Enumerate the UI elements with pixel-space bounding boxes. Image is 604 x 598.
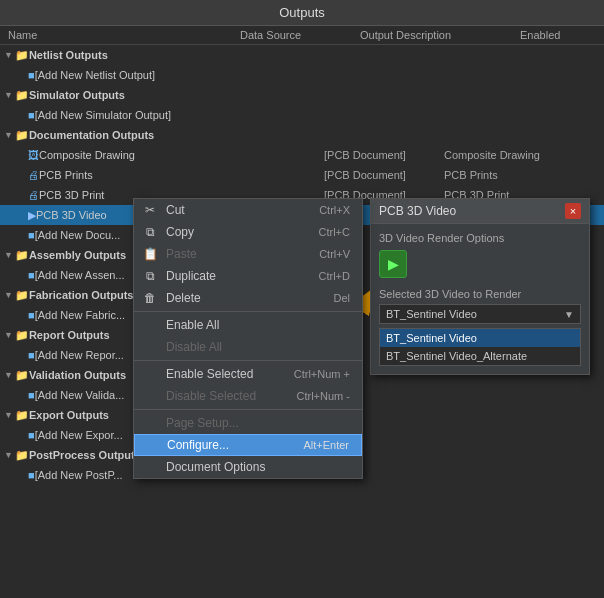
popup-dropdown[interactable]: BT_Sentinel Video ▼ — [379, 304, 581, 324]
ctx-cut[interactable]: ✂ Cut Ctrl+X — [134, 199, 362, 221]
ctx-sep1 — [134, 311, 362, 312]
folder-icon-simulator: 📁 — [15, 89, 29, 102]
chevron-assembly: ▼ — [4, 250, 13, 260]
paste-icon: 📋 — [142, 247, 158, 261]
ctx-configure[interactable]: Configure... Alt+Enter — [134, 434, 362, 456]
duplicate-icon: ⧉ — [142, 269, 158, 283]
chevron-validation: ▼ — [4, 370, 13, 380]
ctx-disable-all[interactable]: Disable All — [134, 336, 362, 358]
chevron-simulator: ▼ — [4, 90, 13, 100]
doc-icon-3dvideo: ▶ — [28, 209, 36, 222]
add-simulator[interactable]: ■ [Add New Simulator Output] — [0, 105, 604, 125]
popup-selected-value: BT_Sentinel Video — [386, 308, 477, 320]
doc-icon-report: ■ — [28, 349, 35, 361]
add-netlist[interactable]: ■ [Add New Netlist Output] — [0, 65, 604, 85]
doc-icon-3dprint: 🖨 — [28, 189, 39, 201]
folder-icon-documentation: 📁 — [15, 129, 29, 142]
section-netlist-label: Netlist Outputs — [29, 49, 108, 61]
doc-icon-netlist: ■ — [28, 69, 35, 81]
popup-render-label: 3D Video Render Options — [379, 232, 581, 244]
popup-icon-row: ▶ — [379, 250, 581, 278]
dropdown-arrow-icon: ▼ — [564, 309, 574, 320]
section-export-label: Export Outputs — [29, 409, 109, 421]
chevron-netlist: ▼ — [4, 50, 13, 60]
popup-header: PCB 3D Video × — [371, 199, 589, 224]
popup-option-1[interactable]: BT_Sentinel Video — [380, 329, 580, 347]
doc-icon-prints: 🖨 — [28, 169, 39, 181]
doc-icon-simulator: ■ — [28, 109, 35, 121]
col-source-header: Data Source — [240, 29, 360, 41]
section-simulator-label: Simulator Outputs — [29, 89, 125, 101]
doc-icon-fabrication: ■ — [28, 309, 35, 321]
column-headers: Name Data Source Output Description Enab… — [0, 26, 604, 45]
section-report-label: Report Outputs — [29, 329, 110, 341]
ctx-disable-selected[interactable]: Disable Selected Ctrl+Num - — [134, 385, 362, 407]
folder-icon-postprocess: 📁 — [15, 449, 29, 462]
chevron-postprocess: ▼ — [4, 450, 13, 460]
row-pcb-prints[interactable]: 🖨 PCB Prints [PCB Document] PCB Prints — [0, 165, 604, 185]
folder-icon-fabrication: 📁 — [15, 289, 29, 302]
section-fabrication-label: Fabrication Outputs — [29, 289, 134, 301]
section-postprocess-label: PostProcess Outputs — [29, 449, 141, 461]
doc-icon-add-doc: ■ — [28, 229, 35, 241]
chevron-export: ▼ — [4, 410, 13, 420]
ctx-enable-selected[interactable]: Enable Selected Ctrl+Num + — [134, 363, 362, 385]
ctx-sep2 — [134, 360, 362, 361]
chevron-documentation: ▼ — [4, 130, 13, 140]
popup-title: PCB 3D Video — [379, 204, 565, 218]
folder-icon-validation: 📁 — [15, 369, 29, 382]
ctx-duplicate[interactable]: ⧉ Duplicate Ctrl+D — [134, 265, 362, 287]
popup-close-button[interactable]: × — [565, 203, 581, 219]
ctx-page-setup[interactable]: Page Setup... — [134, 412, 362, 434]
col-desc-header: Output Description — [360, 29, 520, 41]
section-documentation[interactable]: ▼ 📁 Documentation Outputs — [0, 125, 604, 145]
section-assembly-label: Assembly Outputs — [29, 249, 126, 261]
render-options-icon[interactable]: ▶ — [379, 250, 407, 278]
col-name-header: Name — [0, 29, 240, 41]
delete-icon: 🗑 — [142, 291, 158, 305]
ctx-copy[interactable]: ⧉ Copy Ctrl+C — [134, 221, 362, 243]
chevron-fabrication: ▼ — [4, 290, 13, 300]
folder-icon-netlist: 📁 — [15, 49, 29, 62]
section-simulator[interactable]: ▼ 📁 Simulator Outputs — [0, 85, 604, 105]
doc-icon-validation: ■ — [28, 389, 35, 401]
ctx-delete[interactable]: 🗑 Delete Del — [134, 287, 362, 309]
panel-title: Outputs — [279, 5, 325, 20]
row-composite-drawing[interactable]: 🖼 Composite Drawing [PCB Document] Compo… — [0, 145, 604, 165]
folder-icon-report: 📁 — [15, 329, 29, 342]
doc-icon-postprocess: ■ — [28, 469, 35, 481]
doc-icon-composite: 🖼 — [28, 149, 39, 161]
popup-options-list: BT_Sentinel Video BT_Sentinel Video_Alte… — [379, 328, 581, 366]
pcb3d-popup: PCB 3D Video × 3D Video Render Options ▶… — [370, 198, 590, 375]
ctx-doc-options[interactable]: Document Options — [134, 456, 362, 478]
popup-select-label: Selected 3D Video to Render — [379, 288, 581, 300]
doc-icon-assembly: ■ — [28, 269, 35, 281]
context-menu: ✂ Cut Ctrl+X ⧉ Copy Ctrl+C 📋 Paste Ctrl+… — [133, 198, 363, 479]
chevron-report: ▼ — [4, 330, 13, 340]
col-enabled-header: Enabled — [520, 29, 580, 41]
copy-icon: ⧉ — [142, 225, 158, 239]
folder-icon-export: 📁 — [15, 409, 29, 422]
section-validation-label: Validation Outputs — [29, 369, 126, 381]
cut-icon: ✂ — [142, 203, 158, 217]
section-netlist[interactable]: ▼ 📁 Netlist Outputs — [0, 45, 604, 65]
panel-header: Outputs — [0, 0, 604, 26]
section-documentation-label: Documentation Outputs — [29, 129, 154, 141]
popup-body: 3D Video Render Options ▶ Selected 3D Vi… — [371, 224, 589, 374]
ctx-sep3 — [134, 409, 362, 410]
folder-icon-assembly: 📁 — [15, 249, 29, 262]
doc-icon-export: ■ — [28, 429, 35, 441]
ctx-enable-all[interactable]: Enable All — [134, 314, 362, 336]
popup-option-2[interactable]: BT_Sentinel Video_Alternate — [380, 347, 580, 365]
ctx-paste[interactable]: 📋 Paste Ctrl+V — [134, 243, 362, 265]
